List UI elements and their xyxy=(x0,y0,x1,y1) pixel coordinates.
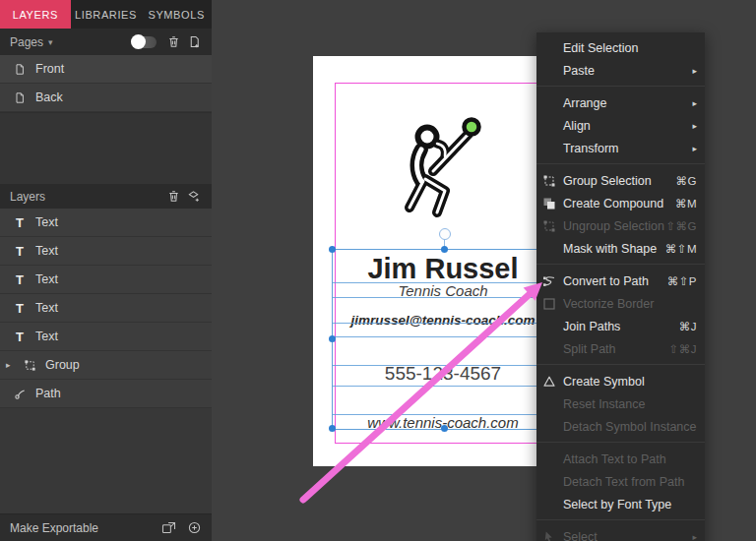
text-layer-icon: T xyxy=(12,244,28,259)
visibility-toggle[interactable] xyxy=(131,36,157,48)
layer-item-text-2[interactable]: T Text xyxy=(0,237,212,266)
text-layer-icon: T xyxy=(12,301,28,316)
menu-item-detach-symbol-instance: Detach Symbol Instance xyxy=(536,415,705,438)
selection-handle-bottom-mid[interactable] xyxy=(441,425,448,432)
page-icon xyxy=(12,63,28,76)
menu-item-arrange[interactable]: Arrange ▸ xyxy=(536,91,705,114)
page-item-label: Back xyxy=(35,90,63,104)
layer-item-label: Text xyxy=(35,330,58,343)
menu-separator xyxy=(536,163,705,164)
menu-separator xyxy=(536,442,705,443)
menu-item-group-selection[interactable]: Group Selection ⌘G xyxy=(536,169,705,192)
group-layer-icon xyxy=(22,359,37,372)
export-icon[interactable] xyxy=(160,520,176,536)
submenu-arrow-icon: ▸ xyxy=(692,144,697,153)
add-page-icon[interactable] xyxy=(186,34,202,50)
selection-line xyxy=(333,365,555,366)
layer-item-label: Text xyxy=(35,301,58,315)
menu-item-ungroup-selection: Ungroup Selection ⇧⌘G xyxy=(536,214,705,237)
menu-separator xyxy=(536,519,705,520)
layer-item-text-4[interactable]: T Text xyxy=(0,294,212,323)
layer-item-group[interactable]: ▸ Group xyxy=(0,351,212,380)
submenu-arrow-icon: ▸ xyxy=(692,66,697,76)
context-menu: Edit Selection Paste ▸ Arrange ▸ Align ▸… xyxy=(536,32,705,541)
add-export-icon[interactable] xyxy=(186,520,202,536)
menu-item-select: Select ▸ xyxy=(536,525,705,541)
panel-tabbar: LAYERS LIBRARIES SYMBOLS xyxy=(0,0,212,29)
menu-separator xyxy=(536,364,705,365)
menu-item-create-symbol[interactable]: Create Symbol xyxy=(536,370,705,392)
layers-title: Layers xyxy=(10,190,45,204)
layer-item-text-3[interactable]: T Text xyxy=(0,266,212,294)
submenu-arrow-icon: ▸ xyxy=(692,98,697,108)
page-item-front[interactable]: Front xyxy=(0,55,212,84)
page-icon xyxy=(12,91,28,104)
selection-line xyxy=(333,414,555,415)
layer-item-label: Text xyxy=(35,215,58,229)
selection-handle-left-mid[interactable] xyxy=(329,335,336,342)
layer-item-text-5[interactable]: T Text xyxy=(0,323,212,351)
menu-item-join-paths[interactable]: Join Paths ⌘J xyxy=(536,315,705,337)
text-layer-icon: T xyxy=(12,215,28,230)
layers-header: Layers xyxy=(0,184,212,209)
menu-item-mask-with-shape[interactable]: Mask with Shape ⌘⇧M xyxy=(536,237,705,260)
selection-handle-bottom-left[interactable] xyxy=(329,425,336,432)
menu-item-split-path: Split Path ⇧⌘J xyxy=(536,337,705,360)
create-symbol-icon xyxy=(542,375,563,389)
rotation-handle[interactable] xyxy=(439,228,451,240)
selection-line xyxy=(333,297,555,298)
layer-item-label: Text xyxy=(35,244,58,258)
add-layer-icon[interactable] xyxy=(186,189,202,205)
layer-item-text-1[interactable]: T Text xyxy=(0,209,212,237)
menu-item-paste[interactable]: Paste ▸ xyxy=(536,59,705,82)
compound-icon xyxy=(542,197,563,210)
tab-symbols[interactable]: SYMBOLS xyxy=(141,0,212,29)
selection-handle-top-mid[interactable] xyxy=(441,246,448,253)
menu-item-detach-text-from-path: Detach Text from Path xyxy=(536,470,705,493)
selection-line xyxy=(333,386,555,387)
tab-libraries[interactable]: LIBRARIES xyxy=(71,0,142,29)
layer-item-label: Path xyxy=(35,387,61,400)
layers-empty-area xyxy=(0,408,212,513)
text-layer-icon: T xyxy=(12,272,28,287)
pages-title: Pages xyxy=(10,35,43,49)
selection-line xyxy=(333,336,555,337)
make-exportable-label: Make Exportable xyxy=(10,521,98,535)
page-item-back[interactable]: Back xyxy=(0,84,212,112)
page-item-label: Front xyxy=(35,62,64,76)
cursor-icon xyxy=(542,530,563,541)
menu-item-attach-text-to-path: Attach Text to Path xyxy=(536,448,705,470)
selection-line xyxy=(333,282,555,283)
convert-to-path-icon xyxy=(542,274,563,288)
menu-item-align[interactable]: Align ▸ xyxy=(536,114,705,137)
trash-icon[interactable] xyxy=(165,189,181,205)
pages-empty-area xyxy=(0,112,212,184)
make-exportable-bar[interactable]: Make Exportable xyxy=(0,513,212,541)
menu-item-convert-to-path[interactable]: Convert to Path ⌘⇧P xyxy=(536,270,705,292)
submenu-arrow-icon: ▸ xyxy=(692,121,697,131)
menu-separator xyxy=(536,86,705,87)
path-layer-icon xyxy=(12,388,28,400)
menu-item-transform[interactable]: Transform ▸ xyxy=(536,137,705,159)
trash-icon[interactable] xyxy=(165,34,181,50)
layer-item-label: Text xyxy=(35,272,58,286)
menu-item-edit-selection[interactable]: Edit Selection xyxy=(536,36,705,59)
tab-layers[interactable]: LAYERS xyxy=(0,0,71,29)
submenu-arrow-icon: ▸ xyxy=(692,532,697,541)
text-layer-icon: T xyxy=(12,330,28,344)
menu-item-reset-instance: Reset Instance xyxy=(536,392,705,415)
menu-separator xyxy=(536,264,705,265)
menu-item-vectorize-border: Vectorize Border xyxy=(536,292,705,315)
selection-handle-top-left[interactable] xyxy=(329,246,336,253)
layer-item-label: Group xyxy=(45,358,80,372)
vectorize-border-icon xyxy=(542,297,563,311)
expand-arrow-icon[interactable]: ▸ xyxy=(6,360,14,370)
ungroup-icon xyxy=(542,219,563,233)
selection-bounding-box[interactable] xyxy=(332,249,556,430)
left-panel: LAYERS LIBRARIES SYMBOLS Pages ▾ Front B… xyxy=(0,0,212,541)
menu-item-create-compound[interactable]: Create Compound ⌘M xyxy=(536,192,705,214)
group-icon xyxy=(542,174,563,188)
menu-item-select-by-font-type[interactable]: Select by Font Type xyxy=(536,493,705,515)
layer-item-path[interactable]: Path xyxy=(0,380,212,408)
chevron-down-icon[interactable]: ▾ xyxy=(48,37,53,47)
